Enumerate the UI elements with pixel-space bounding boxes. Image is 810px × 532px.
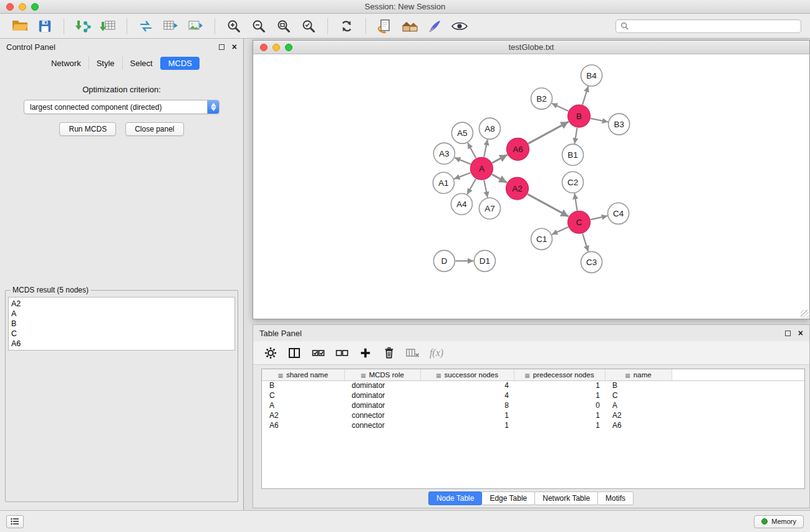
zoom-selected-button[interactable] (297, 16, 320, 36)
graph-node-A4[interactable]: A4 (451, 193, 472, 215)
graph-edge-B-B1[interactable] (574, 128, 577, 144)
graph-edge-A-A7[interactable] (484, 180, 488, 198)
float-panel-icon[interactable] (219, 44, 224, 50)
close-panel-button[interactable]: Close panel (125, 122, 183, 136)
run-mcds-button[interactable]: Run MCDS (59, 122, 116, 136)
table-row[interactable]: Adominator80A (262, 400, 804, 410)
graph-node-B[interactable]: B (568, 105, 591, 127)
table-row[interactable]: A6connector11A6 (262, 420, 804, 430)
close-table-panel-icon[interactable]: × (798, 329, 803, 337)
add-column-button[interactable] (355, 344, 375, 362)
tab-node-table[interactable]: Node Table (428, 491, 483, 505)
tab-edge-table[interactable]: Edge Table (481, 491, 535, 505)
export-table-button[interactable] (160, 16, 182, 36)
graph-edge-A6-B[interactable] (528, 122, 569, 143)
graph-node-B1[interactable]: B1 (562, 144, 584, 165)
graph-edge-C-C1[interactable] (552, 227, 568, 235)
table-row[interactable]: Cdominator41C (262, 390, 804, 400)
graph-node-A8[interactable]: A8 (479, 118, 500, 139)
tab-network[interactable]: Network (44, 57, 89, 70)
graph-node-C4[interactable]: C4 (608, 203, 629, 224)
network-share-button[interactable] (135, 16, 157, 36)
graph-node-C2[interactable]: C2 (562, 172, 584, 193)
graph-node-A2[interactable]: A2 (506, 177, 528, 200)
search-input[interactable] (632, 22, 796, 31)
import-table-from-file-button[interactable] (97, 16, 119, 36)
home-button[interactable] (398, 16, 421, 36)
graph-edge-C-C4[interactable] (591, 216, 607, 220)
resize-grip[interactable] (801, 310, 809, 318)
graph-node-B3[interactable]: B3 (609, 114, 630, 135)
mcds-result-item[interactable]: A (11, 309, 232, 319)
graph-edge-B-B4[interactable] (582, 86, 588, 105)
zoom-window-button[interactable] (31, 3, 39, 11)
table-settings-button[interactable] (261, 344, 281, 362)
export-image-button[interactable] (185, 16, 207, 36)
graph-edge-C-C2[interactable] (574, 193, 577, 210)
memory-button[interactable]: Memory (754, 515, 804, 528)
tab-select[interactable]: Select (122, 57, 160, 70)
graph-node-B4[interactable]: B4 (581, 65, 602, 86)
zoom-fit-button[interactable] (272, 16, 295, 36)
column-header-name[interactable]: ▦name (605, 369, 672, 380)
graph-node-D[interactable]: D (433, 250, 455, 271)
table-row[interactable]: A2connector11A2 (262, 410, 804, 420)
search-box[interactable] (615, 19, 801, 33)
node-table[interactable]: ▦shared name▦MCDS role▦successor nodes▦p… (261, 369, 805, 489)
table-row[interactable]: Bdominator41B (262, 380, 804, 390)
open-report-button[interactable] (374, 16, 396, 36)
graph-edge-A-A8[interactable] (484, 140, 488, 157)
graph-node-A6[interactable]: A6 (506, 138, 529, 160)
tab-network-table[interactable]: Network Table (534, 491, 598, 505)
graph-node-A1[interactable]: A1 (433, 172, 454, 193)
network-zoom-button[interactable] (285, 44, 292, 51)
column-header-successor-nodes[interactable]: ▦successor nodes (420, 369, 514, 380)
close-panel-icon[interactable]: × (232, 42, 237, 51)
graph-node-A3[interactable]: A3 (433, 143, 455, 164)
graph-edge-A-A2[interactable] (492, 175, 507, 183)
style-brush-button[interactable] (423, 16, 446, 36)
tab-mcds[interactable]: MCDS (160, 57, 200, 70)
show-hide-panel-button[interactable] (448, 16, 471, 36)
float-table-panel-icon[interactable] (785, 331, 791, 336)
tab-style[interactable]: Style (89, 57, 122, 70)
graph-node-D1[interactable]: D1 (474, 250, 495, 271)
column-header-shared-name[interactable]: ▦shared name (262, 369, 344, 380)
graph-node-C1[interactable]: C1 (531, 228, 552, 249)
column-header-mcds-role[interactable]: ▦MCDS role (344, 369, 420, 380)
function-builder-button[interactable]: f(x) (427, 344, 446, 362)
mcds-result-item[interactable]: A6 (11, 339, 232, 349)
open-session-button[interactable] (9, 16, 31, 36)
delete-table-button[interactable] (403, 344, 423, 362)
graph-edge-A-A4[interactable] (467, 179, 476, 195)
graph-edge-B-B2[interactable] (552, 104, 569, 111)
select-all-rows-button[interactable] (308, 344, 328, 362)
graph-edge-A-A1[interactable] (454, 173, 470, 179)
save-session-button[interactable] (34, 16, 56, 36)
graph-node-C3[interactable]: C3 (581, 251, 602, 273)
task-history-button[interactable] (6, 515, 24, 528)
graph-node-A[interactable]: A (470, 157, 493, 180)
graph-edge-C-C3[interactable] (582, 233, 588, 251)
graph-node-A7[interactable]: A7 (479, 198, 500, 219)
zoom-out-button[interactable] (248, 16, 270, 36)
import-network-from-file-button[interactable] (72, 16, 94, 36)
graph-node-A5[interactable]: A5 (451, 122, 473, 143)
mcds-result-item[interactable]: B (11, 319, 232, 329)
optimization-criterion-dropdown[interactable]: largest connected component (directed) (24, 100, 219, 114)
graph-edge-A-A3[interactable] (455, 158, 471, 164)
network-view[interactable]: B4B2BB3A5A8A6B1A3AC2A1A2A4A7C4CC1C3DD1 (253, 54, 809, 319)
delete-column-button[interactable] (379, 344, 399, 362)
graph-edge-A2-C[interactable] (528, 194, 569, 216)
network-minimize-button[interactable] (272, 44, 280, 51)
mcds-result-item[interactable]: C (11, 329, 232, 339)
network-window-titlebar[interactable]: testGlobe.txt (253, 41, 809, 54)
minimize-window-button[interactable] (19, 3, 26, 11)
graph-node-C[interactable]: C (568, 211, 591, 233)
refresh-view-button[interactable] (335, 16, 358, 36)
mcds-result-item[interactable]: A2 (11, 299, 232, 309)
column-header-predecessor-nodes[interactable]: ▦predecessor nodes (514, 369, 605, 380)
graph-edge-B-B3[interactable] (591, 118, 608, 122)
graph-edge-A-A5[interactable] (468, 143, 476, 158)
graph-edge-A-A6[interactable] (492, 155, 508, 163)
